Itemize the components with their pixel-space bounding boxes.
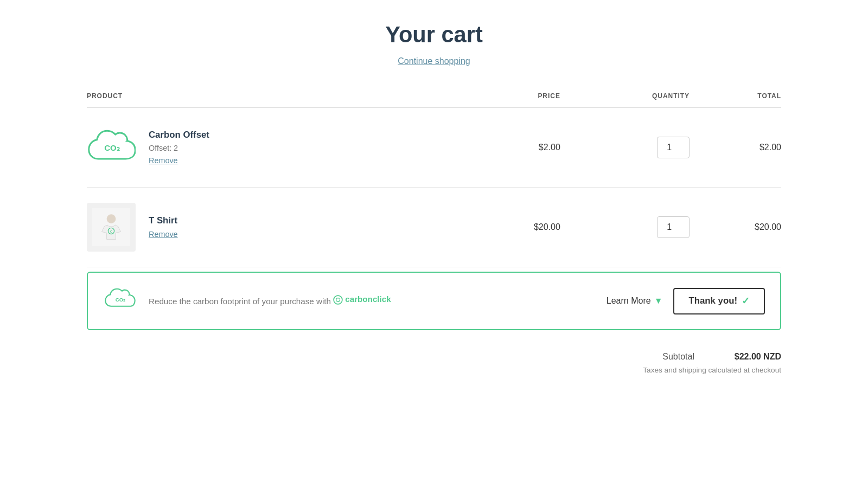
product-variant: Offset: 2 (149, 144, 209, 152)
learn-more-button[interactable]: Learn More ▼ (607, 296, 663, 306)
product-image: C (87, 203, 136, 252)
col-header-price: PRICE (469, 92, 560, 108)
total-cell: $20.00 (690, 188, 781, 267)
svg-point-2 (107, 214, 116, 223)
svg-text:CO₂: CO₂ (104, 143, 120, 152)
product-name: T Shirt (149, 215, 178, 226)
price-cell: $2.00 (469, 108, 560, 188)
carbon-banner: CO₂ Reduce the carbon footprint of your … (87, 272, 781, 330)
col-header-product: PRODUCT (87, 92, 469, 108)
carbon-banner-text: Reduce the carbon footprint of your purc… (149, 293, 596, 308)
chevron-down-icon: ▼ (654, 296, 663, 306)
remove-link[interactable]: Remove (149, 156, 178, 165)
quantity-cell (560, 108, 690, 188)
continue-shopping-link[interactable]: Continue shopping (398, 56, 470, 66)
product-cell: CO₂ Carbon OffsetOffset: 2Remove (87, 123, 469, 172)
product-info: Carbon OffsetOffset: 2Remove (149, 130, 209, 165)
thank-you-button[interactable]: Thank you! ✓ (673, 288, 765, 314)
svg-point-6 (334, 296, 342, 304)
quantity-input[interactable] (657, 137, 690, 158)
product-info: T ShirtRemove (149, 215, 178, 239)
cart-table: PRODUCT PRICE QUANTITY TOTAL CO₂ Carbon … (87, 92, 781, 267)
total-cell: $2.00 (690, 108, 781, 188)
col-header-quantity: QUANTITY (560, 92, 690, 108)
product-name: Carbon Offset (149, 130, 209, 140)
checkmark-icon: ✓ (742, 296, 750, 307)
banner-right: Learn More ▼ Thank you! ✓ (607, 288, 765, 314)
col-header-total: TOTAL (690, 92, 781, 108)
co2-cloud-icon: CO₂ (103, 285, 138, 317)
product-image: CO₂ (87, 123, 136, 172)
carbonclick-logo: carbonclick (333, 293, 391, 306)
price-cell: $20.00 (469, 188, 560, 267)
table-row: C T ShirtRemove$20.00$20.00 (87, 188, 781, 267)
page-title: Your cart (87, 22, 781, 48)
svg-text:C: C (110, 230, 112, 233)
quantity-cell (560, 188, 690, 267)
subtotal-value: $22.00 NZD (716, 352, 781, 362)
svg-text:CO₂: CO₂ (116, 297, 125, 303)
remove-link[interactable]: Remove (149, 230, 178, 239)
product-cell: C T ShirtRemove (87, 203, 469, 252)
quantity-input[interactable] (657, 216, 690, 238)
table-row: CO₂ Carbon OffsetOffset: 2Remove$2.00$2.… (87, 108, 781, 188)
taxes-note: Taxes and shipping calculated at checkou… (87, 366, 781, 374)
subtotal-label: Subtotal (662, 352, 694, 362)
subtotal-section: Subtotal $22.00 NZD Taxes and shipping c… (87, 352, 781, 374)
